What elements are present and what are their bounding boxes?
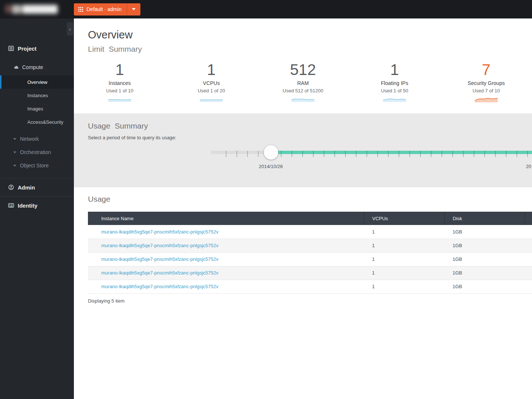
sidebar-panel-label: Orchestration — [20, 149, 51, 155]
sidebar-panel-network[interactable]: Network — [0, 132, 74, 146]
sidebar-section-label: Project — [18, 45, 37, 52]
sidebar-section-label: Admin — [18, 184, 35, 191]
sparkline-chart — [291, 96, 314, 102]
slider-ticks — [216, 151, 271, 157]
vcpus-cell: 1 — [364, 239, 444, 252]
table-row: murano-lkaqdih5xg5qe7-pnscmih5xfzanc-pnl… — [88, 252, 532, 266]
stat-label: Instances — [74, 80, 166, 86]
sparkline-chart — [383, 96, 406, 102]
usage-table: Instance Name VCPUs Disk murano-lkaqdih5… — [88, 212, 532, 294]
slider-start-date-label: 2014/10/26 — [249, 164, 293, 169]
stat-used: Used 512 of 51200 — [257, 88, 349, 93]
logo-blob — [12, 5, 21, 14]
stat-used: Used 7 of 10 — [440, 88, 532, 93]
sidebar-collapse-button[interactable]: ‹ — [67, 22, 73, 35]
sidebar-item-access-security[interactable]: Access&Security — [0, 115, 74, 129]
table-row: murano-lkaqdih5xg5qe7-pnscmih5xfzanc-pnl… — [88, 266, 532, 280]
caret-icon — [13, 138, 16, 140]
instance-link[interactable]: murano-lkaqdih5xg5qe7-pnscmih5xfzanc-pnl… — [101, 229, 218, 235]
context-switcher-caret[interactable] — [127, 3, 140, 16]
stat-value: 512 — [257, 62, 349, 78]
stat-vcpus: 1 VCPUs Used 1 of 20 — [166, 62, 257, 104]
sidebar-item-label: Overview — [27, 79, 47, 85]
stat-used: Used 1 of 50 — [349, 88, 440, 93]
column-header-extra — [525, 212, 532, 225]
column-header-vcpus: VCPUs — [364, 212, 444, 225]
identity-icon — [8, 202, 14, 208]
stat-ram: 512 RAM Used 512 of 51200 — [257, 62, 349, 104]
sidebar: ‹ Project Compute Overview Instances Ima… — [0, 18, 74, 399]
chevron-left-icon: ‹ — [69, 26, 71, 32]
context-switcher-main[interactable]: Default · admin — [74, 3, 127, 16]
table-footer-count: Displaying 5 item — [88, 298, 532, 304]
vcpus-cell: 1 — [364, 225, 444, 239]
stat-used: Used 1 of 20 — [166, 88, 257, 93]
stat-value: 1 — [166, 62, 257, 78]
table-row: murano-lkaqdih5xg5qe7-pnscmih5xfzanc-pnl… — [88, 239, 532, 252]
limit-summary-stats: 1 Instances Used 1 of 10 1 VCPUs Used 1 … — [74, 62, 532, 104]
sparkline-chart — [108, 96, 131, 102]
sidebar-section-admin[interactable]: Admin — [0, 178, 74, 196]
vcpus-cell: 1 — [364, 252, 444, 266]
slider-ticks — [271, 151, 532, 157]
sidebar-item-overview[interactable]: Overview — [0, 75, 74, 89]
table-header-row: Instance Name VCPUs Disk — [88, 212, 532, 225]
usage-summary-section: Usage Summary Select a period of time to… — [74, 113, 532, 187]
stat-floating-ips: 1 Floating IPs Used 1 of 50 — [349, 62, 440, 104]
chevron-down-icon — [132, 8, 136, 10]
vcpus-cell: 1 — [364, 280, 444, 293]
stat-instances: 1 Instances Used 1 of 10 — [74, 62, 166, 104]
disk-cell: 1GB — [444, 239, 525, 252]
table-row: murano-lkaqdih5xg5qe7-pnscmih5xfzanc-pnl… — [88, 225, 532, 239]
context-switcher-button[interactable]: Default · admin — [74, 3, 140, 16]
admin-icon — [8, 184, 14, 190]
stat-value: 1 — [74, 62, 166, 78]
domain-grid-icon — [78, 7, 83, 12]
instance-link[interactable]: murano-lkaqdih5xg5qe7-pnscmih5xfzanc-pnl… — [101, 270, 218, 276]
stat-label: Floating IPs — [349, 80, 440, 86]
table-row: murano-lkaqdih5xg5qe7-pnscmih5xfzanc-pnl… — [88, 280, 532, 293]
caret-icon — [13, 165, 16, 167]
disk-cell: 1GB — [444, 280, 525, 293]
sparkline-chart — [475, 96, 498, 102]
sidebar-panel-compute[interactable]: Compute — [0, 59, 74, 75]
logo-blob — [22, 5, 58, 14]
limit-summary-heading: Limit Summary — [88, 45, 532, 54]
stat-value: 1 — [349, 62, 440, 78]
sidebar-panel-object-store[interactable]: Object Store — [0, 159, 74, 172]
sidebar-item-label: Access&Security — [27, 119, 64, 125]
instance-link[interactable]: murano-lkaqdih5xg5qe7-pnscmih5xfzanc-pnl… — [101, 243, 218, 248]
sidebar-item-instances[interactable]: Instances — [0, 89, 74, 102]
stat-security-groups: 7 Security Groups Used 7 of 10 — [440, 62, 532, 104]
page-title: Overview — [88, 29, 532, 41]
column-header-instance-name: Instance Name — [88, 212, 364, 225]
sidebar-item-label: Instances — [27, 93, 48, 98]
stat-label: RAM — [257, 80, 349, 86]
sidebar-section-project[interactable]: Project — [0, 38, 74, 59]
main-content: Overview Limit Summary 1 Instances Used … — [74, 18, 532, 399]
instance-link[interactable]: murano-lkaqdih5xg5qe7-pnscmih5xfzanc-pnl… — [101, 284, 218, 289]
sidebar-panel-label: Compute — [22, 64, 43, 70]
sidebar-item-images[interactable]: Images — [0, 102, 74, 115]
column-header-disk: Disk — [444, 212, 525, 225]
sidebar-section-identity[interactable]: Identity — [0, 197, 74, 214]
slider-handle[interactable] — [264, 145, 278, 160]
compute-icon — [14, 65, 19, 69]
sidebar-panel-orchestration[interactable]: Orchestration — [0, 146, 74, 159]
sparkline-chart — [200, 96, 223, 102]
extra-cell — [525, 266, 532, 280]
brand-logo[interactable] — [4, 3, 61, 15]
vcpus-cell: 1 — [364, 266, 444, 280]
disk-cell: 1GB — [444, 266, 525, 280]
extra-cell — [525, 239, 532, 252]
usage-heading: Usage — [88, 195, 532, 204]
sidebar-panel-label: Object Store — [20, 163, 49, 168]
usage-summary-heading: Usage Summary — [74, 113, 532, 130]
disk-cell: 1GB — [444, 225, 525, 239]
logo-blob — [5, 5, 11, 13]
stat-value: 7 — [440, 62, 532, 78]
sidebar-panel-label: Network — [20, 136, 39, 142]
slider-end-date-label: 20 — [526, 164, 531, 169]
instance-link[interactable]: murano-lkaqdih5xg5qe7-pnscmih5xfzanc-pnl… — [101, 256, 218, 262]
disk-cell: 1GB — [444, 252, 525, 266]
